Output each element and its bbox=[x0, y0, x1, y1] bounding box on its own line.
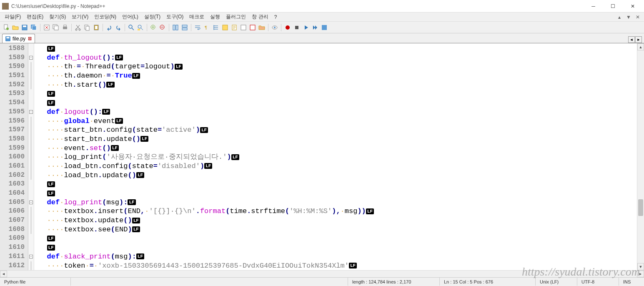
code-line[interactable]: ····event.set()LF bbox=[34, 144, 637, 153]
menu-item[interactable]: ? bbox=[272, 13, 280, 21]
fold-marker[interactable] bbox=[28, 144, 34, 153]
hscroll-track[interactable] bbox=[7, 271, 637, 277]
maximize-button[interactable]: ☐ bbox=[604, 0, 622, 12]
open-file-icon[interactable] bbox=[11, 23, 20, 32]
code-line[interactable]: def·logout():LF bbox=[34, 108, 637, 117]
fold-marker[interactable] bbox=[28, 98, 34, 108]
menu-item[interactable]: 설정(T) bbox=[142, 13, 163, 21]
record-icon[interactable] bbox=[283, 23, 292, 32]
close-file-icon[interactable] bbox=[43, 23, 51, 32]
save-macro-icon[interactable] bbox=[320, 23, 328, 32]
stop-icon[interactable] bbox=[293, 23, 301, 32]
redo-icon[interactable] bbox=[114, 23, 123, 32]
zoom-in-icon[interactable] bbox=[149, 23, 158, 32]
indent-guide-icon[interactable] bbox=[212, 23, 220, 32]
sync-v-icon[interactable] bbox=[171, 23, 180, 32]
fold-marker[interactable] bbox=[28, 71, 34, 80]
save-all-icon[interactable] bbox=[30, 23, 38, 32]
fold-marker[interactable] bbox=[28, 162, 34, 171]
fold-marker[interactable] bbox=[28, 261, 34, 271]
menu-item[interactable]: 매크로 bbox=[187, 13, 207, 21]
fold-marker[interactable] bbox=[28, 243, 34, 252]
save-icon[interactable] bbox=[20, 23, 29, 32]
code-line[interactable]: ····th.start()LF bbox=[34, 80, 637, 90]
close-all-icon[interactable] bbox=[52, 23, 60, 32]
wrap-icon[interactable] bbox=[193, 23, 202, 32]
fold-marker[interactable]: − bbox=[28, 108, 34, 117]
fold-marker[interactable]: − bbox=[28, 252, 34, 261]
fold-marker[interactable] bbox=[28, 80, 34, 90]
code-line[interactable]: ····start_btn.config(state='active')LF bbox=[34, 125, 637, 135]
code-line[interactable]: ····textbox.insert(END,·'[{}]·{}\n'.form… bbox=[34, 207, 637, 216]
dropdown-icon[interactable]: ▼ bbox=[626, 14, 631, 20]
monitor-icon[interactable] bbox=[271, 23, 279, 32]
code-line[interactable]: def·log_print(msg):LF bbox=[34, 198, 637, 207]
file-tab[interactable]: file.py ⊠ bbox=[2, 34, 35, 43]
replace-icon[interactable] bbox=[136, 23, 145, 32]
tab-close-icon[interactable]: ⊠ bbox=[27, 36, 32, 41]
menu-item[interactable]: 찾기(S) bbox=[47, 13, 68, 21]
menu-item[interactable]: 언어(L) bbox=[120, 13, 141, 21]
fold-marker[interactable] bbox=[28, 62, 34, 71]
fold-marker[interactable] bbox=[28, 189, 34, 198]
cut-icon[interactable] bbox=[74, 23, 82, 32]
code-line[interactable]: LF bbox=[34, 189, 637, 198]
tab-next-button[interactable]: ► bbox=[635, 36, 642, 43]
close-icon[interactable]: ✕ bbox=[635, 14, 641, 20]
code-line[interactable]: LF bbox=[34, 234, 637, 243]
show-all-chars-icon[interactable]: ¶ bbox=[203, 23, 211, 32]
scroll-left-button[interactable]: ◄ bbox=[0, 271, 7, 277]
menu-item[interactable]: 창 관리 bbox=[249, 13, 271, 21]
code-line[interactable]: LF bbox=[34, 180, 637, 189]
fold-icon[interactable]: ▴ bbox=[616, 14, 622, 20]
menu-item[interactable]: 편집(E) bbox=[24, 13, 46, 21]
new-file-icon[interactable] bbox=[2, 23, 10, 32]
fold-marker[interactable] bbox=[28, 135, 34, 144]
tab-prev-button[interactable]: ◄ bbox=[628, 36, 635, 43]
paste-icon[interactable] bbox=[92, 23, 100, 32]
find-icon[interactable] bbox=[127, 23, 135, 32]
horizontal-scrollbar[interactable]: ◄ ► bbox=[0, 270, 644, 277]
code-line[interactable]: ····token·=·'xoxb-1503305691443-15001253… bbox=[34, 261, 637, 271]
copy-icon[interactable] bbox=[83, 23, 91, 32]
menu-item[interactable]: 플러그인 bbox=[223, 13, 248, 21]
fold-marker[interactable] bbox=[28, 117, 34, 126]
code-line[interactable]: ····textbox.update()LF bbox=[34, 216, 637, 225]
code-line[interactable]: ····th·=·Thread(target=logout)LF bbox=[34, 62, 637, 71]
menu-item[interactable]: 보기(V) bbox=[69, 13, 91, 21]
fold-marker[interactable] bbox=[28, 216, 34, 225]
fold-marker[interactable] bbox=[28, 207, 34, 216]
vertical-scrollbar[interactable]: ▲ ▼ bbox=[637, 43, 644, 270]
code-line[interactable]: ····th.daemon·=·TrueLF bbox=[34, 71, 637, 80]
fold-marker[interactable] bbox=[28, 89, 34, 98]
fold-marker[interactable] bbox=[28, 225, 34, 234]
code-line[interactable]: ····load_btn.config(state='disabled')LF bbox=[34, 162, 637, 171]
doc-list-icon[interactable] bbox=[239, 23, 248, 32]
sync-h-icon[interactable] bbox=[180, 23, 189, 32]
menu-item[interactable]: 인코딩(N) bbox=[92, 13, 119, 21]
fold-marker[interactable] bbox=[28, 44, 34, 53]
scroll-up-button[interactable]: ▲ bbox=[637, 43, 644, 50]
fold-marker[interactable]: − bbox=[28, 53, 34, 63]
menu-item[interactable]: 파일(F) bbox=[2, 13, 23, 21]
fast-forward-icon[interactable] bbox=[311, 23, 319, 32]
menu-item[interactable]: 도구(O) bbox=[164, 13, 186, 21]
close-button[interactable]: ✕ bbox=[623, 0, 642, 12]
func-list-icon[interactable] bbox=[248, 23, 257, 32]
scroll-thumb[interactable] bbox=[638, 199, 643, 216]
code-line[interactable]: ····global·eventLF bbox=[34, 117, 637, 126]
code-line[interactable]: LF bbox=[34, 89, 637, 98]
code-line[interactable]: LF bbox=[34, 243, 637, 252]
code-line[interactable]: LF bbox=[34, 98, 637, 108]
fold-marker[interactable] bbox=[28, 234, 34, 243]
fold-marker[interactable] bbox=[28, 153, 34, 162]
doc-map-icon[interactable] bbox=[230, 23, 238, 32]
folder-icon[interactable] bbox=[258, 23, 266, 32]
code-line[interactable]: ····load_btn.update()LF bbox=[34, 171, 637, 180]
code-line[interactable]: ····log_print('사용자·요청으로·중지되었습니다.')LF bbox=[34, 153, 637, 162]
code-line[interactable]: def·slack_print(msg):LF bbox=[34, 252, 637, 261]
code-line[interactable]: def·th_logout():LF bbox=[34, 53, 637, 63]
fold-marker[interactable] bbox=[28, 171, 34, 180]
code-line[interactable]: ····textbox.see(END)LF bbox=[34, 225, 637, 234]
fold-marker[interactable] bbox=[28, 125, 34, 135]
